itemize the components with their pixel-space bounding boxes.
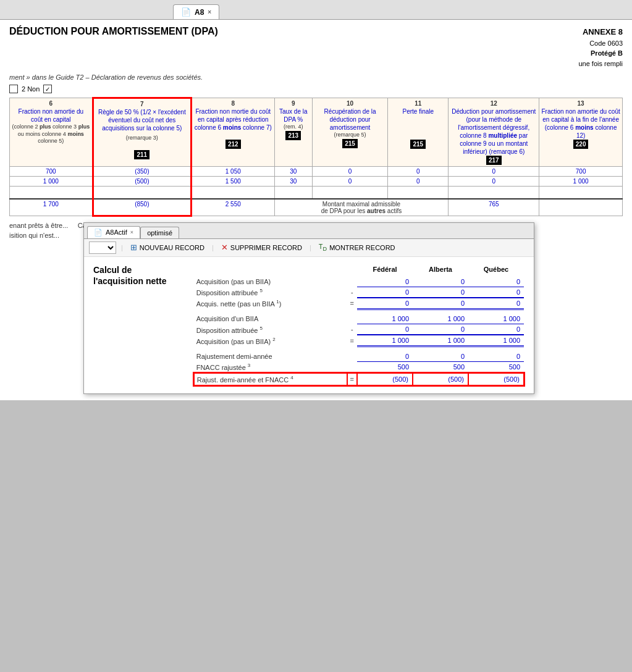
col8-header: 8 Fraction non mortie du coût en capital… [191, 98, 274, 167]
checkbox-empty[interactable] [9, 85, 18, 93]
calc-table: Fédéral Alberta Québec Acquisition (pas … [193, 264, 525, 386]
col9-header: 9 Taux de la DPA % (rem. 4) 213 [274, 98, 312, 167]
annexe-protege: Protégé B [578, 48, 623, 59]
total-c12[interactable]: 765 [449, 199, 539, 216]
row2-c11[interactable]: 0 [388, 177, 449, 187]
row-fnacc-que[interactable]: 500 [468, 361, 524, 373]
badge-211: 211 [134, 150, 150, 159]
calc-row-biia: Acquisition d'un BIIA 1 000 1 000 1 000 [194, 314, 524, 324]
row-rajust-fnacc-fed[interactable]: (500) [357, 373, 413, 385]
document-area: DÉDUCTION POUR AMORTISSEMENT (DPA) ANNEX… [0, 20, 632, 400]
row-acquis-nette-alb[interactable]: 0 [413, 298, 468, 309]
calc-row-acquis-nette: Acquis. nette (pas un BIIA 1) = 0 0 0 [194, 298, 524, 309]
badge-217: 217 [486, 156, 502, 165]
table-total-row: 1 700 (850) 2 550 Montant maximal admiss… [10, 199, 623, 216]
row1-c8[interactable]: 1 050 [191, 167, 274, 177]
row-biia-fed[interactable]: 1 000 [357, 314, 413, 324]
row-dispo1-fed[interactable]: 0 [357, 287, 413, 298]
row-acquisition-alb[interactable]: 0 [413, 277, 468, 287]
table-row-empty [10, 187, 623, 199]
row-rajust-fnacc-alb[interactable]: (500) [413, 373, 468, 385]
badge-212: 212 [225, 140, 241, 149]
calc-row-rajust: Rajustement demi-année 0 0 0 [194, 351, 524, 362]
tab-bar: 📄 A8 × [0, 0, 632, 20]
row2-c6[interactable]: 1 000 [10, 177, 93, 187]
row-dispo2-fed[interactable]: 0 [357, 324, 413, 335]
table-row: 1 000 (500) 1 500 30 0 0 0 1 000 [10, 177, 623, 187]
row-rajust-op [347, 351, 357, 362]
row-rajust-alb[interactable]: 0 [413, 351, 468, 362]
montrer-icon: TD [319, 243, 327, 252]
montrer-record-button[interactable]: TD MONTRER RECORD [316, 242, 398, 253]
row-acquis-pas-biia2-alb[interactable]: 1 000 [413, 335, 468, 346]
row-biia-alb[interactable]: 1 000 [413, 314, 468, 324]
total-c6[interactable]: 1 700 [10, 199, 93, 216]
row2-c13[interactable]: 1 000 [539, 177, 623, 187]
tab-icon: 📄 [181, 7, 191, 17]
row2-c12[interactable]: 0 [449, 177, 539, 187]
supprimer-record-button[interactable]: ✕ SUPPRIMER RECORD [219, 242, 305, 253]
row-dispo2-alb[interactable]: 0 [413, 324, 468, 335]
row-fnacc-fed[interactable]: 500 [357, 361, 413, 373]
total-c13[interactable] [539, 199, 623, 216]
checkbox-checked[interactable]: ✓ [43, 85, 52, 93]
row1-c10[interactable]: 0 [312, 167, 387, 177]
calc-row-acquis-pas-biia2: Acquisition (pas un BIIA) 2 = 1 000 1 00… [194, 335, 524, 346]
row-acquis-pas-biia2-fed[interactable]: 1 000 [357, 335, 413, 346]
row-dispo2-op: - [347, 324, 357, 335]
nouveau-record-button[interactable]: ⊞ NOUVEAU RECORD [128, 242, 207, 253]
popup-tab-a8actif[interactable]: 📄 A8Actif × [87, 226, 140, 238]
row-dispo1-op: - [347, 287, 357, 298]
row1-c7[interactable]: (350) [93, 167, 191, 177]
row-acquisition-fed[interactable]: 0 [357, 277, 413, 287]
row-acquis-pas-biia2-que[interactable]: 1 000 [468, 335, 524, 346]
row-acquis-nette-op: = [347, 298, 357, 309]
row1-c6[interactable]: 700 [10, 167, 93, 177]
row-rajust-que[interactable]: 0 [468, 351, 524, 362]
row-dispo2-que[interactable]: 0 [468, 324, 524, 335]
popup-tab-label2: optimisé [147, 229, 172, 237]
row-acquisition-que[interactable]: 0 [468, 277, 524, 287]
col7-header: 7 Règle de 50 % (1/2 × l'excédent éventu… [93, 98, 191, 167]
tab-a8[interactable]: 📄 A8 × [173, 4, 219, 19]
total-c8[interactable]: 2 550 [191, 199, 274, 216]
calc-title: Calcul de l'acquisition nette [93, 264, 181, 287]
row1-c13[interactable]: 700 [539, 167, 623, 177]
row3-c6[interactable] [10, 187, 93, 199]
row1-c9[interactable]: 30 [274, 167, 312, 177]
row-rajust-fnacc-que[interactable]: (500) [468, 373, 524, 385]
row-biia-label: Acquisition d'un BIIA [194, 314, 347, 324]
row-rajust-fed[interactable]: 0 [357, 351, 413, 362]
row3-c8[interactable] [191, 187, 274, 199]
badge-213: 213 [285, 131, 301, 140]
toolbar-select[interactable] [89, 242, 116, 254]
popup-tab-close[interactable]: × [130, 229, 133, 235]
row-fnacc-alb[interactable]: 500 [413, 361, 468, 373]
row-biia-que[interactable]: 1 000 [468, 314, 524, 324]
row-dispo1-que[interactable]: 0 [468, 287, 524, 298]
row-acquis-nette-que[interactable]: 0 [468, 298, 524, 309]
row3-c9[interactable] [274, 187, 312, 199]
row-dispo1-alb[interactable]: 0 [413, 287, 468, 298]
row3-c7[interactable] [93, 187, 191, 199]
col11-header: 11 Perte finale 215 [388, 98, 449, 167]
total-c7[interactable]: (850) [93, 199, 191, 216]
row3-c12[interactable] [449, 187, 539, 199]
montrer-label: MONTRER RECORD [329, 244, 395, 251]
doc-title: DÉDUCTION POUR AMORTISSEMENT (DPA) [9, 26, 218, 37]
badge-215b: 215 [410, 140, 426, 149]
row-rajust-fnacc-label: Rajust. demi-année et FNACC 4 [194, 373, 347, 385]
row2-c7[interactable]: (500) [93, 177, 191, 187]
row1-c11[interactable]: 0 [388, 167, 449, 177]
row2-c9[interactable]: 30 [274, 177, 312, 187]
row-acquis-nette-fed[interactable]: 0 [357, 298, 413, 309]
row1-c12[interactable]: 0 [449, 167, 539, 177]
row3-c11[interactable] [388, 187, 449, 199]
tab-close-button[interactable]: × [208, 9, 211, 15]
row2-c10[interactable]: 0 [312, 177, 387, 187]
row3-c13[interactable] [539, 187, 623, 199]
popup-tab-optimise[interactable]: optimisé [140, 227, 179, 238]
row3-c10[interactable] [312, 187, 387, 199]
row-dispo2-label: Disposition attribuée 5 [194, 324, 347, 335]
row2-c8[interactable]: 1 500 [191, 177, 274, 187]
